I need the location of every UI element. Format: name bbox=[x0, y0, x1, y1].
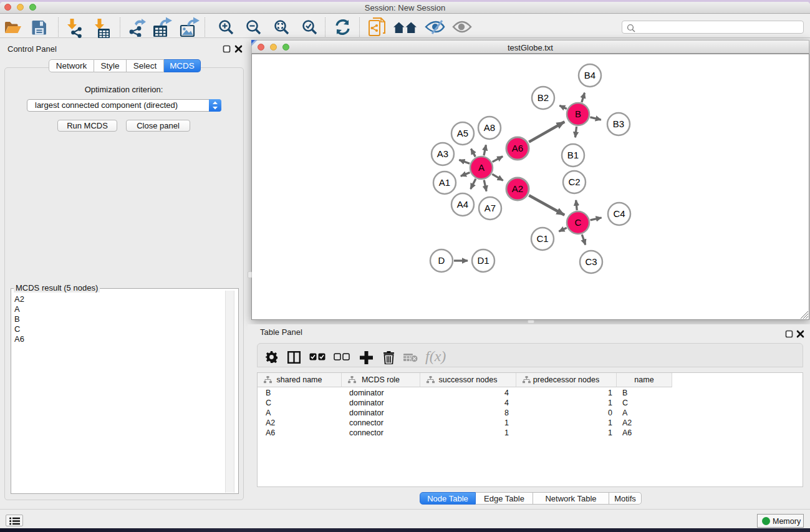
svg-text:C: C bbox=[575, 217, 582, 228]
svg-text:B: B bbox=[575, 109, 581, 119]
svg-text:A6: A6 bbox=[512, 143, 523, 153]
svg-text:A1: A1 bbox=[439, 177, 450, 188]
svg-text:C1: C1 bbox=[536, 233, 548, 244]
svg-text:A8: A8 bbox=[484, 122, 495, 133]
svg-text:A7: A7 bbox=[485, 203, 496, 213]
svg-text:C4: C4 bbox=[613, 208, 625, 219]
svg-text:B1: B1 bbox=[567, 150, 579, 160]
svg-text:A2: A2 bbox=[512, 183, 523, 194]
svg-text:A4: A4 bbox=[457, 199, 468, 210]
svg-text:B3: B3 bbox=[613, 118, 624, 129]
svg-text:B2: B2 bbox=[538, 92, 549, 103]
svg-text:D1: D1 bbox=[477, 255, 489, 266]
svg-text:A: A bbox=[478, 162, 485, 173]
svg-text:C3: C3 bbox=[585, 256, 597, 267]
svg-text:A5: A5 bbox=[457, 128, 468, 138]
svg-text:D: D bbox=[438, 255, 445, 266]
svg-text:B4: B4 bbox=[584, 70, 595, 80]
svg-text:C2: C2 bbox=[568, 177, 580, 187]
svg-text:A3: A3 bbox=[437, 148, 448, 159]
